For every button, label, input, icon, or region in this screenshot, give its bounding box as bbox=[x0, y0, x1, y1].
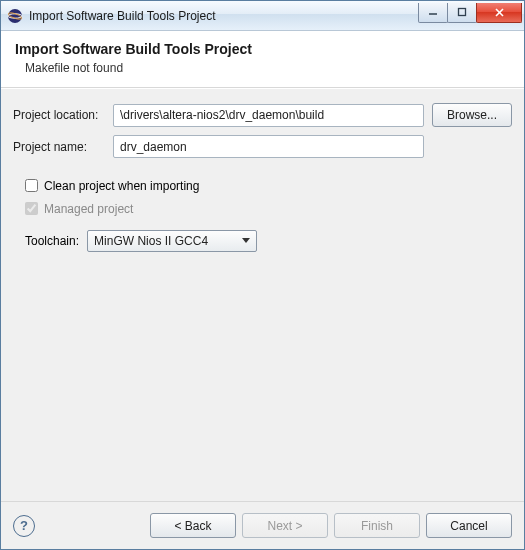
cancel-button[interactable]: Cancel bbox=[426, 513, 512, 538]
window-title: Import Software Build Tools Project bbox=[29, 9, 419, 23]
project-name-label: Project name: bbox=[13, 140, 113, 154]
close-button[interactable] bbox=[476, 3, 522, 23]
eclipse-icon bbox=[7, 8, 23, 24]
browse-button[interactable]: Browse... bbox=[432, 103, 512, 127]
window-buttons bbox=[419, 3, 522, 23]
next-button: Next > bbox=[242, 513, 328, 538]
toolchain-value: MinGW Nios II GCC4 bbox=[94, 234, 208, 248]
wizard-subtitle: Makefile not found bbox=[25, 61, 510, 75]
toolchain-label: Toolchain: bbox=[25, 234, 79, 248]
managed-project-label: Managed project bbox=[44, 202, 133, 216]
maximize-button[interactable] bbox=[447, 3, 477, 23]
chevron-down-icon bbox=[242, 238, 250, 243]
wizard-header: Import Software Build Tools Project Make… bbox=[1, 31, 524, 88]
project-location-row: Project location: Browse... bbox=[13, 103, 512, 127]
managed-project-checkbox bbox=[25, 202, 38, 215]
clean-project-label[interactable]: Clean project when importing bbox=[44, 179, 199, 193]
toolchain-combo[interactable]: MinGW Nios II GCC4 bbox=[87, 230, 257, 252]
help-icon[interactable]: ? bbox=[13, 515, 35, 537]
project-name-row: Project name: bbox=[13, 135, 512, 158]
toolchain-row: Toolchain: MinGW Nios II GCC4 bbox=[25, 230, 512, 252]
titlebar: Import Software Build Tools Project bbox=[1, 1, 524, 31]
back-button[interactable]: < Back bbox=[150, 513, 236, 538]
project-location-input[interactable] bbox=[113, 104, 424, 127]
clean-project-row: Clean project when importing bbox=[21, 176, 512, 195]
project-name-input[interactable] bbox=[113, 135, 424, 158]
svg-rect-4 bbox=[459, 9, 466, 16]
project-location-label: Project location: bbox=[13, 108, 113, 122]
wizard-body: Project location: Browse... Project name… bbox=[1, 88, 524, 501]
finish-button: Finish bbox=[334, 513, 420, 538]
clean-project-checkbox[interactable] bbox=[25, 179, 38, 192]
wizard-title: Import Software Build Tools Project bbox=[15, 41, 510, 57]
managed-project-row: Managed project bbox=[21, 199, 512, 218]
wizard-footer: ? < Back Next > Finish Cancel bbox=[1, 501, 524, 549]
minimize-button[interactable] bbox=[418, 3, 448, 23]
dialog-window: Import Software Build Tools Project Impo… bbox=[0, 0, 525, 550]
